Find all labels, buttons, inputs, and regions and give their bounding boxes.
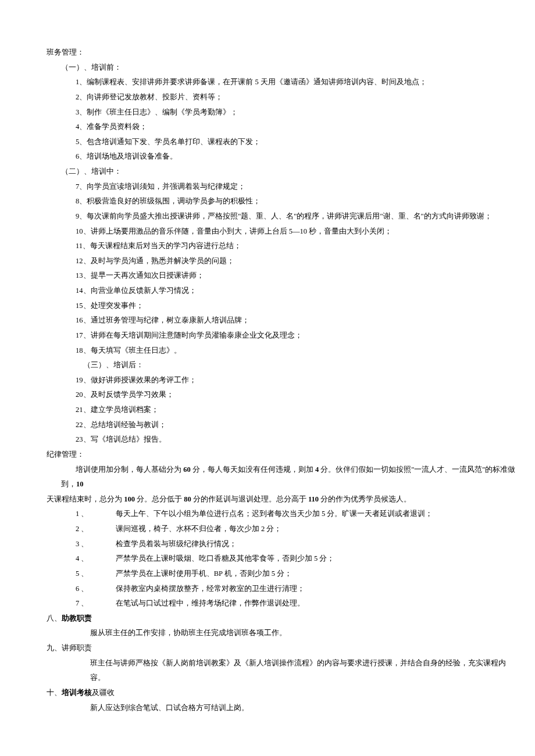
jilu-item: 7 、在笔试与口试过程中，维持考场纪律，作弊作退训处理。 (76, 596, 518, 611)
idx: 2 、 (76, 522, 116, 537)
text: 分。总分低于 (135, 495, 184, 503)
idx: 6 、 (76, 582, 116, 597)
s2-item: 15、处理突发事件； (47, 299, 518, 314)
s2-item: 8、积极营造良好的班级氛围，调动学员参与的积极性； (47, 194, 518, 209)
h10-pre: 十、 (47, 689, 62, 697)
s3-item: 22、总结培训经验与教训； (47, 418, 518, 433)
s3-item: 20、及时反馈学员学习效果； (47, 388, 518, 403)
s2-item: 12、及时与学员沟通，熟悉并解决学员的问题； (47, 254, 518, 269)
text: 分的作为优秀学员候选人。 (319, 495, 411, 503)
num-100: 100 (124, 495, 135, 503)
text: 分的作延训与退训处理。总分高于 (191, 495, 308, 503)
s2-item: 11、每天课程结束后对当天的学习内容进行总结； (47, 239, 518, 254)
s2-item: 18、每天填写《班主任日志》。 (47, 343, 518, 359)
jilu-list: 1 、每天上午、下午以小组为单位进行点名；迟到者每次当天少加 5 分。旷课一天者… (47, 507, 518, 611)
s2-item: 13、提早一天再次通知次日授课讲师； (47, 268, 518, 284)
s2-item: 17、讲师在每天培训期间注意随时向学员灌输泰康企业文化及理念； (47, 328, 518, 343)
jilu-heading: 纪律管理： (47, 447, 518, 463)
section-1-heading: （一）、培训前： (47, 60, 518, 76)
section-2-heading: （二）、培训中： (47, 164, 518, 180)
text: 每天上午、下午以小组为单位进行点名；迟到者每次当天少加 5 分。旷课一天者延训或… (116, 510, 433, 518)
h8-heading: 八、助教职责 (47, 611, 518, 626)
idx: 3 、 (76, 537, 116, 552)
jilu-item: 2 、课间巡视，椅子、水杯不归位者，每次少加 2 分； (76, 522, 518, 537)
s1-item: 5、包含培训通知下发、学员名单打印、课程表的下发； (47, 135, 518, 150)
idx: 5 、 (76, 567, 116, 582)
s2-item: 10、讲师上场要用激品的音乐伴随，音量由小到大，讲师上台后 5—10 秒，音量由… (47, 224, 518, 239)
s1-item: 2、向讲师登记发放教材、投影片、资料等； (47, 90, 518, 105)
h9-body: 班主任与讲师严格按《新人岗前培训教案》及《新人培训操作流程》的内容与要求进行授课… (47, 656, 518, 686)
jilu-item: 4 、严禁学员在上课时吸烟、吃口香糖及其他零食等，否则少加 5 分； (76, 551, 518, 567)
text: 分，每人每天如没有任何违规，则加 (191, 465, 315, 474)
num-60: 60 (183, 465, 191, 474)
s1-item: 1、编制课程表、安排讲师并要求讲师备课，在开课前 5 天用《邀请函》通知讲师培训… (47, 75, 518, 90)
jilu-item: 6 、保持教室内桌椅摆放整齐，经常对教室的卫生进行清理； (76, 582, 518, 597)
h8-pre: 八、 (47, 614, 62, 622)
jilu-item: 3 、检查学员着装与班级纪律执行情况； (76, 537, 518, 552)
idx: 7 、 (76, 596, 116, 611)
s1-item: 3、制作《班主任日志》、编制《学员考勤簿》； (47, 105, 518, 120)
s2-item: 16、通过班务管理与纪律，树立泰康新人培训品牌； (47, 313, 518, 328)
text: 培训使用加分制，每人基础分为 (76, 465, 183, 474)
h10-heading: 十、培训考核及疆收 (47, 686, 518, 701)
s2-item: 9、每次课前向学员盛大推出授课讲师，严格按照"题、重、人、名"的程序，讲师讲完课… (47, 209, 518, 224)
s3-item: 21、建立学员培训档案； (47, 403, 518, 418)
text: 检查学员着装与班级纪律执行情况； (116, 540, 237, 548)
jilu-intro-line1: 培训使用加分制，每人基础分为 60 分，每人每天如没有任何违规，则加 4 分。伙… (47, 463, 518, 492)
jilu-item: 5 、严禁学员在上课时使用手机、BP 机，否则少加 5 分； (76, 567, 518, 582)
h9-heading: 九、讲师职责 (47, 641, 518, 656)
banwu-heading: 班务管理： (47, 45, 518, 60)
section-3-heading: （三）、培训后： (47, 358, 518, 373)
s1-item: 6、培训场地及培训设备准备。 (47, 149, 518, 164)
jilu-item: 1 、每天上午、下午以小组为单位进行点名；迟到者每次当天少加 5 分。旷课一天者… (76, 507, 518, 522)
h10-body: 新人应达到综合笔试、口试合格方可结训上岗。 (47, 701, 518, 716)
s1-item: 4、准备学员资料袋； (47, 120, 518, 135)
h8-bold: 助教职责 (62, 614, 92, 622)
idx: 4 、 (76, 551, 116, 567)
s3-item: 19、做好讲师授课效果的考评工作； (47, 373, 518, 388)
jilu-intro-line2: 天课程结束时，总分为 100 分。总分低于 80 分的作延训与退训处理。总分高于… (47, 492, 518, 507)
num-10: 10 (76, 480, 84, 488)
text: 课间巡视，椅子、水杯不归位者，每次少加 2 分； (116, 525, 282, 533)
h10-suffix: 及疆收 (92, 689, 115, 697)
s3-item: 23、写《培训总结》报告。 (47, 432, 518, 447)
s2-item: 7、向学员宣读培训须知，并强调着装与纪律规定； (47, 180, 518, 195)
idx: 1 、 (76, 507, 116, 522)
text: 在笔试与口试过程中，维持考场纪律，作弊作退训处理。 (116, 599, 305, 607)
s2-item: 14、向营业单位反馈新人学习情况； (47, 284, 518, 299)
num-80: 80 (184, 495, 191, 503)
text: 严禁学员在上课时吸烟、吃口香糖及其他零食等，否则少加 5 分； (116, 554, 335, 562)
document-page: 班务管理： （一）、培训前： 1、编制课程表、安排讲师并要求讲师备课，在开课前 … (0, 0, 535, 750)
text: 严禁学员在上课时使用手机、BP 机，否则少加 5 分； (116, 569, 292, 578)
num-110: 110 (308, 495, 319, 503)
text: 天课程结束时，总分为 (47, 495, 124, 503)
h8-body: 服从班主任的工作安排，协助班主任完成培训班各项工作。 (47, 626, 518, 641)
text: 保持教室内桌椅摆放整齐，经常对教室的卫生进行清理； (116, 585, 305, 593)
h10-bold: 培训考核 (62, 689, 92, 697)
